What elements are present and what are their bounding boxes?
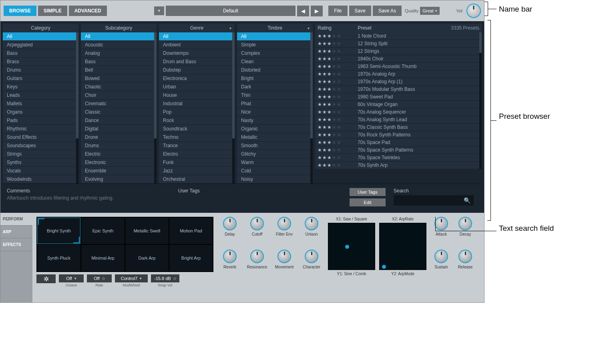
preset-row[interactable]: ★★★★★1963 Semi-Acoustic Thumb	[315, 63, 482, 70]
subcategory-item[interactable]: Bowed	[81, 74, 157, 83]
gear-icon[interactable]: ✲	[36, 274, 56, 283]
envelope-knob[interactable]	[458, 250, 472, 263]
subcategory-item[interactable]: Electronic	[81, 158, 157, 167]
preset-row[interactable]: ★★★★★70s Synth Arp	[315, 162, 482, 169]
subcategory-item[interactable]: Evolving	[81, 175, 157, 184]
rating-header[interactable]: Rating	[318, 25, 354, 31]
snapshot-pad[interactable]: Motion Pad	[169, 218, 213, 244]
snapshot-pad[interactable]: Synth Pluck	[37, 245, 80, 271]
category-item[interactable]: Strings	[3, 150, 78, 158]
snapshot-pad[interactable]: Metallic Swell	[125, 218, 169, 244]
macro-knob[interactable]	[250, 250, 264, 263]
genre-header[interactable]: Genre	[159, 24, 235, 32]
subcategory-item[interactable]: Chaotic	[81, 83, 157, 91]
timbre-item[interactable]: Simple	[237, 41, 313, 49]
subcategory-item[interactable]: Acoustic	[81, 41, 157, 49]
quality-select[interactable]: Great▾	[420, 7, 440, 15]
save-button[interactable]: Save	[349, 6, 371, 16]
category-item[interactable]: Drums	[3, 66, 78, 74]
category-item[interactable]: Guitars	[3, 74, 78, 83]
preset-row[interactable]: ★★★★★70s Rock Synth Patterns	[315, 131, 482, 139]
subcategory-item[interactable]: All	[81, 32, 157, 41]
genre-item[interactable]: Electronica	[159, 74, 235, 83]
macro-knob[interactable]	[277, 250, 291, 263]
category-item[interactable]: All	[3, 32, 78, 41]
category-item[interactable]: Vocals	[3, 167, 78, 175]
browse-tab[interactable]: BROWSE	[4, 6, 36, 16]
timbre-item[interactable]: Cold	[237, 167, 313, 175]
macro-knob[interactable]	[250, 217, 264, 230]
timbre-item[interactable]: Complex	[237, 49, 313, 58]
timbre-item[interactable]: Metallic	[237, 133, 313, 142]
preset-name-display[interactable]: Default	[166, 6, 295, 16]
macro-knob[interactable]	[305, 250, 318, 263]
preset-row[interactable]: ★★★★★70s Space Synth Patterns	[315, 146, 482, 154]
genre-item[interactable]: Funk	[159, 158, 235, 167]
genre-item[interactable]: Jazz	[159, 167, 235, 175]
preset-row[interactable]: ★★★★★1970s Analog Arp	[315, 70, 482, 78]
subcategory-item[interactable]: Bell	[81, 66, 157, 74]
effects-tab[interactable]: EFFECTS	[0, 238, 32, 251]
timbre-item[interactable]: Nasty	[237, 116, 313, 125]
snapshot-pad[interactable]: Dark Arp	[125, 245, 169, 271]
preset-row[interactable]: ★★★★★1970s Modular Synth Bass	[315, 86, 482, 93]
category-item[interactable]: Organs	[3, 108, 78, 116]
preset-row[interactable]: ★★★★★70s Analog Synth Lead	[315, 116, 482, 124]
preset-row[interactable]: ★★★★★1940s Choir	[315, 55, 482, 63]
subcategory-item[interactable]: Drone	[81, 133, 157, 142]
timbre-item[interactable]: Dark	[237, 83, 313, 91]
preset-row[interactable]: ★★★★★12 String Split	[315, 40, 482, 48]
timbre-header[interactable]: Timbre	[237, 24, 313, 32]
preset-row[interactable]: ★★★★★1980 Sweet Pad	[315, 93, 482, 101]
macro-knob[interactable]	[223, 217, 237, 230]
timbre-item[interactable]: All	[237, 32, 313, 41]
category-item[interactable]: Pads	[3, 116, 78, 125]
timbre-item[interactable]: Clean	[237, 58, 313, 66]
envelope-knob[interactable]	[458, 217, 472, 230]
category-item[interactable]: Woodwinds	[3, 175, 78, 184]
macro-knob[interactable]	[223, 250, 237, 263]
arp-tab[interactable]: ARP	[0, 226, 32, 238]
advanced-tab[interactable]: ADVANCED	[69, 6, 107, 16]
subcategory-header[interactable]: Subcategory	[81, 24, 157, 32]
preset-row[interactable]: ★★★★★70s Space Pad	[315, 139, 482, 146]
envelope-knob[interactable]	[434, 217, 448, 230]
category-item[interactable]: Rhythmic	[3, 125, 78, 133]
octave-select[interactable]: Off▾	[59, 274, 84, 282]
preset-name-header[interactable]: Preset	[354, 25, 451, 31]
genre-item[interactable]: All	[159, 32, 235, 41]
genre-item[interactable]: Drum and Bass	[159, 58, 235, 66]
xy-pad-1[interactable]	[328, 223, 375, 270]
genre-item[interactable]: Pop	[159, 108, 235, 116]
category-item[interactable]: Sound Effects	[3, 133, 78, 142]
preset-row[interactable]: ★★★★★1970s Analog Arp (1)	[315, 78, 482, 86]
simple-tab[interactable]: SIMPLE	[38, 6, 67, 16]
edit-button[interactable]: Edit	[350, 198, 386, 206]
category-item[interactable]: Arpeggiated	[3, 41, 78, 49]
preset-prev-button[interactable]: ◀	[297, 6, 309, 16]
preset-row[interactable]: ★★★★★70s Analog Sequencer	[315, 108, 482, 116]
genre-item[interactable]: Dubstep	[159, 66, 235, 74]
file-button[interactable]: File	[328, 6, 347, 16]
timbre-item[interactable]: Thin	[237, 91, 313, 100]
timbre-item[interactable]: Bright	[237, 74, 313, 83]
subcategory-item[interactable]: Choir	[81, 91, 157, 100]
snapshot-pad[interactable]: Bright Arp	[169, 245, 213, 271]
category-item[interactable]: Leads	[3, 91, 78, 100]
save-as-button[interactable]: Save As	[373, 6, 402, 16]
category-header[interactable]: Category	[3, 24, 78, 32]
rate-select[interactable]: Off◇	[87, 274, 112, 282]
genre-item[interactable]: House	[159, 91, 235, 100]
subcategory-item[interactable]: Digital	[81, 125, 157, 133]
preset-row[interactable]: ★★★★★12 Strings	[315, 48, 482, 55]
snapshot-pad[interactable]: Minimal Arp	[81, 245, 125, 271]
genre-item[interactable]: Urban	[159, 83, 235, 91]
subcategory-item[interactable]: Analog	[81, 49, 157, 58]
subcategory-item[interactable]: Electric	[81, 150, 157, 158]
preset-row[interactable]: ★★★★★70s Space Twinkles	[315, 154, 482, 162]
timbre-item[interactable]: Glitchy	[237, 150, 313, 158]
genre-item[interactable]: Techno	[159, 133, 235, 142]
snapshot-pad[interactable]: Bright Synth	[37, 218, 80, 244]
category-item[interactable]: Brass	[3, 58, 78, 66]
subcategory-item[interactable]: Bass	[81, 58, 157, 66]
